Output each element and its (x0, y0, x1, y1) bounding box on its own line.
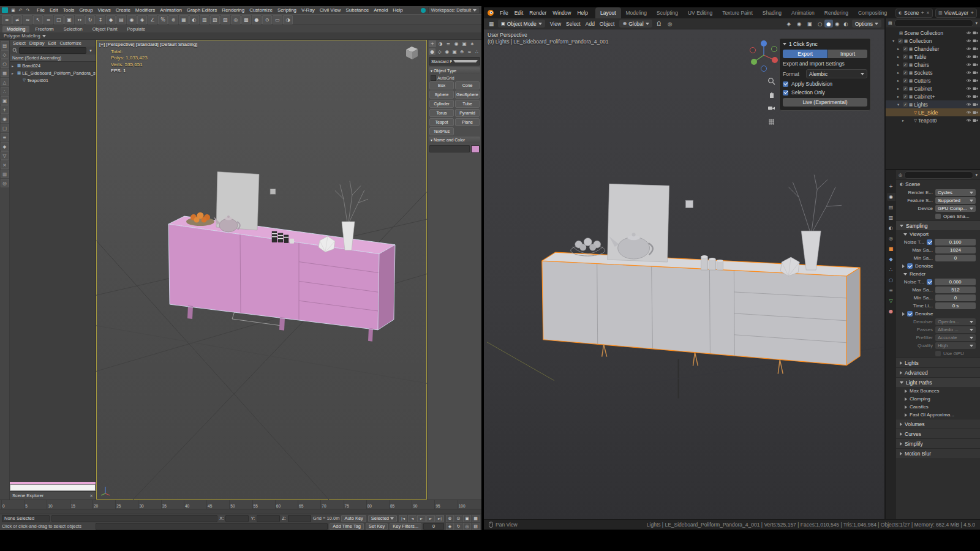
material-preview-icon[interactable]: ◉ (833, 20, 842, 28)
rectangular-selection-icon[interactable]: □ (54, 15, 64, 24)
blender-logo-icon[interactable] (487, 9, 494, 17)
collapsed-section-header[interactable]: Motion Blur (896, 448, 980, 458)
motion-panel-tab[interactable]: ◉ (453, 40, 460, 47)
collapsed-section-header[interactable]: Simplify (896, 438, 980, 448)
timeline-tick[interactable]: 25 (115, 500, 138, 509)
select-object-icon[interactable]: ↖ (33, 15, 43, 24)
disable-in-render-icon[interactable] (973, 86, 978, 91)
hide-in-viewport-icon[interactable] (966, 78, 971, 83)
proportional-editing-icon[interactable]: ◎ (666, 20, 674, 28)
export-button[interactable]: Export (783, 50, 827, 58)
explorer-menu-item[interactable]: Customize (58, 40, 83, 46)
left-dock-icon[interactable]: ◆ (1, 142, 9, 151)
lights-button[interactable]: ◉ (443, 48, 450, 55)
add-time-tag[interactable]: Add Time Tag (330, 523, 364, 530)
blender-menu-item[interactable]: Edit (511, 10, 527, 16)
viewport-sampling-subheader[interactable]: Viewport (896, 230, 980, 238)
mode-selector[interactable]: ▣Object Mode (498, 20, 545, 28)
camera-view-icon[interactable] (767, 104, 775, 113)
outliner-row[interactable]: ▸ ✓ ▦ Chandelier (886, 45, 980, 53)
blender-menu-item[interactable]: Render (526, 10, 549, 16)
left-dock-icon[interactable]: △ (1, 78, 9, 86)
max-menu-item[interactable]: V-Ray (299, 7, 317, 13)
object-color-swatch[interactable] (471, 145, 480, 153)
layer-explorer-icon[interactable]: ▧ (210, 15, 220, 24)
named-selection-sets-icon[interactable]: ▦ (179, 15, 189, 24)
workspace-tab[interactable]: Shading (758, 7, 786, 18)
select-placement-icon[interactable]: ◆ (106, 15, 116, 24)
view-layer-tab-icon[interactable]: ▥ (887, 214, 895, 222)
schematic-view-icon[interactable]: ▩ (241, 15, 251, 24)
selection-lock-area[interactable] (51, 515, 217, 522)
expand-arrow-icon[interactable]: ▸ (897, 78, 902, 83)
left-dock-icon[interactable]: + (1, 105, 9, 114)
xray-toggle-icon[interactable]: ▣ (805, 20, 814, 28)
workspace-tab[interactable]: Layout (595, 7, 621, 18)
left-dock-icon[interactable]: ◎ (1, 179, 9, 187)
primitive-button[interactable]: Pyramid (455, 109, 480, 117)
systems-button[interactable]: ∴ (473, 48, 480, 55)
disable-in-render-icon[interactable] (973, 47, 978, 51)
object-data-tab-icon[interactable]: ▽ (887, 297, 895, 305)
spinner-snap-icon[interactable]: ⊕ (168, 15, 178, 24)
explorer-column-header[interactable]: Name (Sorted Ascending) (10, 54, 96, 62)
feature-set-dropdown[interactable]: Supported (935, 197, 976, 204)
bind-to-spacewarp-icon[interactable]: ≈ (23, 15, 32, 24)
previous-frame-button[interactable]: ◄ (408, 515, 417, 522)
timeline-tick[interactable]: 50 (229, 500, 252, 509)
go-to-end-button[interactable]: ►| (435, 515, 444, 522)
autogrid-checkbox[interactable] (431, 75, 436, 81)
primitive-button[interactable]: Sphere (429, 91, 454, 99)
max-menu-item[interactable]: Civil View (317, 7, 344, 13)
select-rotate-icon[interactable]: ↻ (85, 15, 95, 24)
collapsed-section-header[interactable]: Advanced (896, 367, 980, 377)
selection-set-dropdown[interactable]: Selected (368, 515, 397, 522)
modify-panel-tab[interactable]: ◑ (437, 40, 444, 47)
max-menu-item[interactable]: File (34, 7, 47, 13)
timeline-tick[interactable]: 15 (70, 500, 92, 509)
explorer-menu-item[interactable]: Edit (46, 40, 58, 46)
object-type-rollout[interactable]: ▾Object Type (429, 67, 480, 74)
track-bar[interactable] (0, 509, 481, 514)
primitive-category-dropdown[interactable]: Standard Primitives (429, 57, 480, 66)
orbit-icon[interactable]: ↻ (454, 523, 462, 530)
left-dock-icon[interactable]: ○ (1, 59, 9, 68)
collapsed-section-header[interactable]: Curves (896, 429, 980, 438)
left-dock-icon[interactable]: × (1, 160, 9, 169)
r-min-samples-field[interactable]: 0 (935, 294, 976, 301)
blender-menu-item[interactable]: Window (549, 10, 574, 16)
pan-icon[interactable]: ◈ (446, 523, 454, 530)
workspace-selector[interactable]: Workspace: Default (428, 7, 480, 14)
show-overlays-icon[interactable]: ◉ (795, 20, 804, 28)
snap-toggle-icon[interactable]: ◈ (137, 15, 147, 24)
render-properties-tab-icon[interactable]: ◉ (887, 193, 895, 201)
render-sampling-subheader[interactable]: Render (896, 270, 980, 278)
set-key-button[interactable]: Set Key (366, 523, 388, 530)
format-dropdown[interactable]: Alembic (806, 69, 867, 78)
physics-tab-icon[interactable]: ○ (887, 276, 895, 284)
filter-icon[interactable]: ▾ (975, 173, 978, 178)
z-coordinate-field[interactable] (288, 515, 311, 522)
use-gpu-checkbox[interactable] (935, 351, 941, 356)
hide-in-viewport-icon[interactable] (966, 54, 971, 59)
open-shading-checkbox[interactable] (935, 214, 941, 219)
world-properties-tab-icon[interactable]: ◎ (887, 234, 895, 242)
r-noise-threshold-field[interactable]: 0.000 (935, 279, 976, 285)
device-dropdown[interactable]: GPU Comp... (935, 205, 976, 212)
max-menu-item[interactable]: Create (113, 7, 133, 13)
view-layer-selector[interactable]: ▥ViewLayer+ (935, 9, 977, 18)
expand-arrow-icon[interactable]: ▾ (892, 39, 897, 43)
max-menu-item[interactable]: Views (96, 7, 113, 13)
disable-in-render-icon[interactable] (973, 110, 978, 114)
ribbon-tab[interactable]: Selection (59, 26, 87, 32)
max-menu-item[interactable]: Customize (247, 7, 275, 13)
collection-checkbox[interactable]: ✓ (903, 70, 908, 75)
macro-recorder-area[interactable] (96, 523, 328, 530)
light-paths-subsection[interactable]: Clamping (896, 395, 980, 403)
properties-search-input[interactable] (904, 171, 973, 179)
viewport-menu-item[interactable]: View (548, 21, 564, 27)
select-scale-icon[interactable]: ↕ (96, 15, 105, 24)
zoom-region-icon[interactable]: ▦ (472, 515, 480, 522)
play-animation-button[interactable]: ► (417, 515, 426, 522)
quality-dropdown[interactable]: High (935, 342, 976, 349)
